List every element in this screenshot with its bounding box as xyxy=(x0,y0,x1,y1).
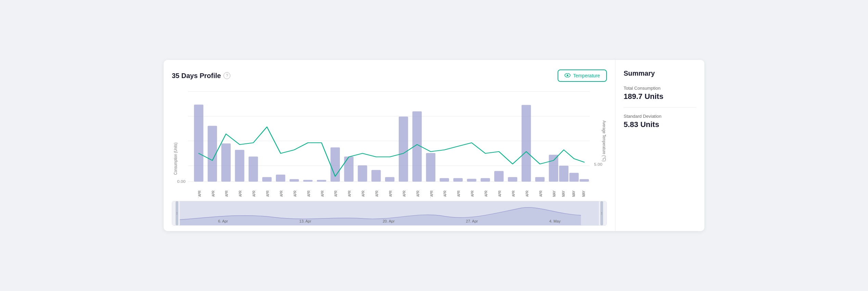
svg-rect-11 xyxy=(221,143,231,181)
mini-chart-svg xyxy=(172,201,607,225)
svg-text:10TH APR: 10TH APR xyxy=(307,190,311,198)
svg-rect-26 xyxy=(426,153,435,182)
svg-text:7TH APR: 7TH APR xyxy=(266,190,270,198)
std-deviation-label: Standard Deviation xyxy=(624,114,696,119)
svg-text:15TH APR: 15TH APR xyxy=(361,190,365,198)
svg-rect-28 xyxy=(453,178,462,181)
svg-text:Average Temperature (°C): Average Temperature (°C) xyxy=(602,121,606,162)
svg-rect-32 xyxy=(508,177,517,181)
mini-handle-left[interactable] xyxy=(176,201,178,225)
svg-rect-20 xyxy=(344,156,353,181)
svg-text:5TH APR: 5TH APR xyxy=(239,190,243,198)
svg-text:2ND APR: 2ND APR xyxy=(211,190,215,198)
svg-text:22ND APR: 22ND APR xyxy=(443,190,447,198)
svg-text:27TH APR: 27TH APR xyxy=(498,190,502,198)
chart-area: 0.00 5.00 xyxy=(172,88,607,198)
svg-rect-33 xyxy=(522,105,531,182)
std-deviation-value: 5.83 Units xyxy=(624,120,696,129)
chart-svg: 0.00 5.00 xyxy=(172,88,607,198)
svg-rect-12 xyxy=(235,150,244,182)
svg-rect-31 xyxy=(494,171,503,182)
svg-rect-36 xyxy=(559,166,568,181)
svg-rect-16 xyxy=(290,179,299,181)
svg-text:3RD APR: 3RD APR xyxy=(225,190,229,198)
svg-text:1ST APR: 1ST APR xyxy=(197,190,202,198)
mini-handle-right[interactable] xyxy=(600,201,603,225)
svg-rect-35 xyxy=(549,155,558,181)
main-container: 35 Days Profile ? Temperature xyxy=(164,60,704,231)
svg-text:29TH APR: 29TH APR xyxy=(525,190,529,198)
svg-text:4TH MAY: 4TH MAY xyxy=(572,190,576,198)
help-icon[interactable]: ? xyxy=(224,72,230,79)
svg-rect-30 xyxy=(481,178,490,181)
svg-text:24TH APR: 24TH APR xyxy=(470,190,474,198)
svg-rect-14 xyxy=(262,177,271,181)
svg-rect-24 xyxy=(399,117,408,182)
mini-handle-dots-left xyxy=(177,212,177,214)
chart-title: 35 Days Profile xyxy=(172,72,221,80)
svg-rect-17 xyxy=(303,180,312,181)
svg-text:21ST APR: 21ST APR xyxy=(430,190,434,198)
svg-text:13TH APR: 13TH APR xyxy=(334,190,338,198)
svg-text:28TH APR: 28TH APR xyxy=(511,190,515,198)
svg-text:5.00: 5.00 xyxy=(594,163,602,166)
summary-section: Summary Total Consumption 189.7 Units St… xyxy=(615,60,704,231)
svg-rect-34 xyxy=(535,177,545,181)
svg-rect-27 xyxy=(440,178,449,181)
temperature-button[interactable]: Temperature xyxy=(558,69,607,82)
temperature-label: Temperature xyxy=(573,73,600,78)
eye-icon xyxy=(564,73,571,79)
svg-text:12TH APR: 12TH APR xyxy=(320,190,324,198)
svg-text:30TH APR: 30TH APR xyxy=(539,190,543,198)
svg-text:23RD APR: 23RD APR xyxy=(457,190,461,198)
svg-rect-37 xyxy=(569,173,578,182)
svg-rect-15 xyxy=(276,175,285,182)
svg-text:Consumption (Units): Consumption (Units) xyxy=(173,142,178,175)
svg-text:5TH MAY: 5TH MAY xyxy=(582,190,586,198)
svg-text:14TH APR: 14TH APR xyxy=(348,190,352,198)
chart-header: 35 Days Profile ? Temperature xyxy=(172,69,607,82)
total-consumption-label: Total Consumption xyxy=(624,86,696,91)
svg-rect-38 xyxy=(579,179,589,181)
svg-text:3RD MAY: 3RD MAY xyxy=(561,190,565,198)
svg-rect-9 xyxy=(194,105,203,182)
svg-text:9TH APR: 9TH APR xyxy=(293,190,297,198)
svg-text:17TH APR: 17TH APR xyxy=(388,190,393,198)
summary-title: Summary xyxy=(624,69,696,77)
svg-rect-29 xyxy=(467,179,476,181)
total-consumption-value: 189.7 Units xyxy=(624,92,696,101)
svg-text:1ST MAY: 1ST MAY xyxy=(552,190,557,198)
svg-text:6TH APR: 6TH APR xyxy=(252,190,256,198)
svg-rect-22 xyxy=(371,170,381,181)
svg-rect-18 xyxy=(317,180,326,181)
svg-point-1 xyxy=(567,75,569,76)
mini-handle-dots-right xyxy=(601,212,602,214)
svg-text:16TH APR: 16TH APR xyxy=(375,190,379,198)
summary-divider-1 xyxy=(624,107,696,107)
svg-text:0.00: 0.00 xyxy=(177,180,186,184)
chart-section: 35 Days Profile ? Temperature xyxy=(164,60,615,231)
svg-rect-13 xyxy=(248,156,258,181)
mini-chart-area[interactable]: 6. Apr 13. Apr 20. Apr 27. Apr 4. May xyxy=(172,201,607,226)
svg-text:19TH APR: 19TH APR xyxy=(402,190,406,198)
svg-text:8TH APR: 8TH APR xyxy=(279,190,283,198)
svg-rect-21 xyxy=(358,165,367,181)
svg-text:26TH APR: 26TH APR xyxy=(484,190,488,198)
svg-text:20TH APR: 20TH APR xyxy=(416,190,420,198)
chart-title-area: 35 Days Profile ? xyxy=(172,72,230,80)
svg-rect-23 xyxy=(385,177,394,181)
